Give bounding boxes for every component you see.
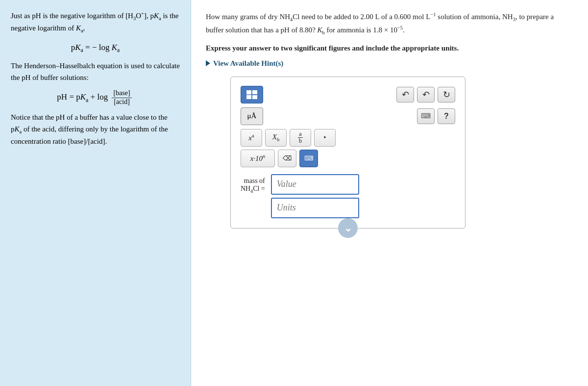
expand-icon: ⌄ [344, 222, 352, 234]
notice-text: Notice that the pH of a buffer has a val… [11, 112, 180, 147]
math-buttons-row1: xa Xb a b • [241, 129, 455, 147]
sci-notation-label: x·10n [250, 154, 266, 163]
second-toolbar: μÅ ⌨ ? [241, 107, 455, 125]
backspace-button[interactable]: ⌫ [278, 150, 296, 167]
units-input[interactable] [271, 198, 359, 218]
mu-angstrom-button[interactable]: μÅ [241, 107, 263, 125]
redo-icon: ↷ [422, 89, 430, 100]
subscript-label: Xb [272, 133, 279, 142]
fraction-button[interactable]: a b [290, 129, 311, 147]
subscript-button[interactable]: Xb [265, 129, 287, 147]
question-icon: ? [444, 112, 449, 121]
math-keyboard-icon: ⌨ [304, 154, 314, 162]
superscript-button[interactable]: xa [241, 129, 262, 147]
undo-button[interactable]: ↶ [396, 87, 414, 103]
svg-rect-1 [252, 90, 257, 94]
dot-label: • [323, 133, 326, 142]
expand-button[interactable]: ⌄ [338, 218, 358, 238]
keyboard-icon: ⌨ [421, 112, 431, 120]
value-input[interactable] [271, 174, 359, 195]
sci-notation-button[interactable]: x·10n [241, 150, 275, 167]
undo-icon: ↶ [402, 89, 409, 100]
top-toolbar: ↶ ↷ ↻ [241, 86, 455, 103]
superscript-label: xa [248, 133, 254, 142]
henderson-text: The Henderson–Hasselbalch equation is us… [11, 60, 180, 83]
left-panel: Just as pH is the negative logarithm of … [0, 0, 191, 386]
math-buttons-row2: x·10n ⌫ ⌨ [241, 150, 455, 167]
input-label-line1: mass of [244, 177, 265, 184]
intro-text: Just as pH is the negative logarithm of … [11, 10, 180, 35]
fraction-label: a b [298, 131, 303, 144]
input-fields [271, 174, 359, 218]
dot-button[interactable]: • [314, 129, 336, 147]
hint-triangle-icon [206, 60, 210, 66]
hint-label[interactable]: View Available Hint(s) [213, 59, 283, 68]
svg-rect-3 [252, 95, 257, 99]
grid-view-button[interactable] [241, 86, 263, 103]
emphasis-text: Express your answer to two significant f… [206, 44, 573, 52]
pka-equation: pKa = − log Ka [11, 41, 180, 55]
mu-angstrom-label: μÅ [247, 112, 257, 120]
redo-button[interactable]: ↷ [417, 87, 435, 103]
math-keyboard-button[interactable]: ⌨ [299, 150, 318, 167]
backspace-icon: ⌫ [283, 154, 292, 162]
ph-equation: pH = pKa + log [base] [acid] [11, 89, 180, 106]
right-panel: How many grams of dry NH4Cl need to be a… [191, 0, 588, 386]
help-button[interactable]: ? [438, 108, 455, 124]
answer-box: ↶ ↷ ↻ μÅ ⌨ ? [230, 77, 466, 229]
question-text: How many grams of dry NH4Cl need to be a… [206, 11, 573, 37]
keyboard-button[interactable]: ⌨ [417, 108, 435, 124]
hint-link[interactable]: View Available Hint(s) [206, 59, 573, 68]
input-section: mass of NH4Cl = [241, 174, 455, 218]
refresh-button[interactable]: ↻ [438, 87, 455, 103]
refresh-icon: ↻ [443, 89, 450, 100]
svg-rect-4 [246, 90, 251, 99]
input-label: mass of NH4Cl = [241, 174, 265, 194]
